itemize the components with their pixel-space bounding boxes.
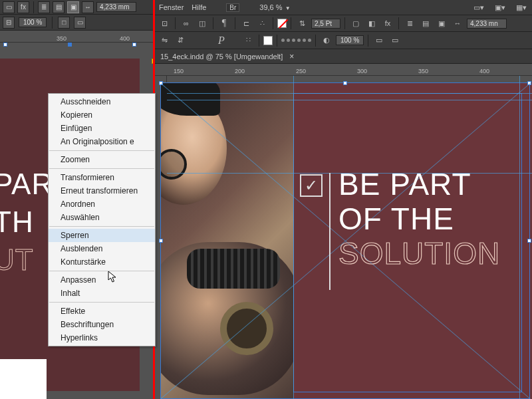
ruler-tick: 400 xyxy=(479,68,489,74)
flip-h-icon[interactable]: ⇋ xyxy=(158,35,171,47)
link-icon[interactable]: ↔ xyxy=(451,17,464,29)
left-toolbar-bottom: ⊟ 100 % □ ▭ xyxy=(0,15,153,31)
document-tab[interactable]: 15_4eck.indd @ 75 % [Umgewandelt] × xyxy=(155,49,532,64)
left-toolbar-top: ▭ fx ≣ ▤ ▣ ↔ 4,233 mm xyxy=(0,0,153,15)
context-menu-item[interactable]: Beschriftungen xyxy=(49,318,155,331)
headline-line: PAR xyxy=(0,165,53,203)
misc-icon-2[interactable]: ▭ xyxy=(74,17,86,29)
stroke-stepper-icon[interactable]: ⇅ xyxy=(295,17,309,29)
guide-horizontal[interactable] xyxy=(167,100,532,100)
arrange-windows-icon[interactable]: ▦▾ xyxy=(515,1,528,13)
context-menu-item[interactable]: Konturstärke xyxy=(49,255,155,269)
warp-icon[interactable]: ◫ xyxy=(196,17,209,29)
context-menu-item[interactable]: Erneut transformieren xyxy=(49,184,155,198)
zoom-field[interactable]: 100 % xyxy=(19,17,47,27)
context-menu-item[interactable]: Ausschneiden xyxy=(49,95,155,108)
guide-vertical[interactable] xyxy=(519,76,520,399)
corner-radius-icon[interactable]: ◧ xyxy=(365,17,378,29)
type-p-icon[interactable]: P xyxy=(215,35,228,47)
headline-line: OF THE xyxy=(338,201,500,237)
misc-icon-2[interactable]: ▭ xyxy=(388,35,402,47)
align-icon[interactable]: ≣ xyxy=(38,1,50,13)
checkmark-icon: ✓ xyxy=(305,176,318,195)
context-menu-item[interactable]: An Originalposition e xyxy=(49,135,155,148)
paragraph-icon[interactable]: ¶ xyxy=(217,17,231,29)
context-menu-item[interactable]: Anordnen xyxy=(49,198,155,211)
ruler-tick: 250 xyxy=(296,68,306,74)
headline-line-outline: UT xyxy=(0,241,53,279)
checkbox-graphic: ✓ xyxy=(300,174,323,197)
measurement-field[interactable]: 4,233 mn xyxy=(467,19,507,29)
selection-handles[interactable] xyxy=(3,43,136,59)
screen-mode-icon[interactable]: ▣▾ xyxy=(493,1,507,13)
stroke-swatch[interactable] xyxy=(263,36,273,45)
view-mode-icon[interactable]: ▭▾ xyxy=(472,1,485,13)
menu-separator xyxy=(49,168,154,169)
menu-separator xyxy=(49,302,154,303)
context-menu-item[interactable]: Inhalt xyxy=(49,287,155,300)
ruler-tick: 150 xyxy=(174,68,184,74)
corner-options-icon[interactable]: ▢ xyxy=(349,17,362,29)
gap-icon[interactable]: ⊟ xyxy=(3,17,15,29)
ruler-tick: 300 xyxy=(357,68,367,74)
align-center-icon[interactable]: ∴ xyxy=(255,17,269,29)
context-menu-item[interactable]: Transformieren xyxy=(49,171,155,184)
misc-icon[interactable]: ▭ xyxy=(372,35,386,47)
menubar: Fenster Hilfe Br 39,6 % ▼ ▭▾ ▣▾ ▦▾ xyxy=(155,0,532,15)
context-menu-item[interactable]: Auswählen xyxy=(49,211,155,224)
headline-block: BE PART OF THE SOLUTION xyxy=(338,168,500,271)
arrange-icon[interactable]: ▭ xyxy=(3,1,15,13)
text-wrap-2-icon[interactable]: ▤ xyxy=(419,17,432,29)
fx-icon[interactable]: fx xyxy=(381,17,394,29)
left-headline: PAR TH UT xyxy=(0,165,53,279)
misc-icon[interactable]: □ xyxy=(58,17,70,29)
context-menu-item[interactable]: Anpassen xyxy=(49,273,155,287)
zoom-display[interactable]: 39,6 % ▼ xyxy=(259,3,290,11)
stroke-style-dots[interactable] xyxy=(281,39,311,42)
chevron-down-icon: ▼ xyxy=(284,5,291,11)
bridge-badge[interactable]: Br xyxy=(226,3,239,12)
text-wrap-icon[interactable]: ≣ xyxy=(403,17,416,29)
ruler-tick: 200 xyxy=(235,68,245,74)
control-panel-row1: ⊡ ∞ ◫ ¶ ⊏ ∴ ⇅ 2,5 Pt ▢ ◧ fx ≣ ▤ ▣ ↔ 4,23… xyxy=(155,15,532,32)
fill-none-swatch[interactable] xyxy=(277,19,287,28)
fx-icon[interactable]: fx xyxy=(17,1,29,13)
canvas[interactable]: ✓ BE PART OF THE SOLUTION xyxy=(167,76,532,399)
control-panel-row2: ⇋ ⇵ P ∷ ◐ 100 % ▭ ▭ xyxy=(155,32,532,49)
measurement-field[interactable]: 4,233 mm xyxy=(96,2,136,12)
chain-icon[interactable]: ∞ xyxy=(180,17,193,29)
context-menu-item[interactable]: Hyperlinks xyxy=(49,331,155,344)
frame-fit-icon[interactable]: ▣ xyxy=(435,17,448,29)
distribute-icon[interactable]: ▤ xyxy=(53,1,65,13)
headline-line: TH xyxy=(0,203,53,241)
guide-vertical[interactable] xyxy=(293,76,294,399)
separator xyxy=(33,1,34,13)
context-menu[interactable]: AusschneidenKopierenEinfügenAn Originalp… xyxy=(48,93,156,346)
separator xyxy=(52,17,53,29)
link-icon[interactable]: ↔ xyxy=(82,1,94,13)
context-menu-item[interactable]: Ausblenden xyxy=(49,242,155,255)
ruler-tick: 400 xyxy=(120,35,130,42)
distribute-icon[interactable]: ∷ xyxy=(241,35,255,47)
ruler-horizontal: 150 200 250 300 350 400 xyxy=(155,64,532,76)
guide-horizontal[interactable] xyxy=(167,93,532,94)
opacity-field[interactable]: 100 % xyxy=(336,35,364,45)
close-icon[interactable]: × xyxy=(289,52,294,61)
menu-separator xyxy=(49,271,154,271)
right-window: Fenster Hilfe Br 39,6 % ▼ ▭▾ ▣▾ ▦▾ ⊡ ∞ ◫… xyxy=(155,0,532,399)
align-left-icon[interactable]: ⊏ xyxy=(239,17,253,29)
vertical-rule xyxy=(329,173,331,290)
context-menu-item[interactable]: Kopieren xyxy=(49,108,155,122)
opacity-icon[interactable]: ◐ xyxy=(320,35,333,47)
context-menu-item[interactable]: Einfügen xyxy=(49,122,155,135)
reference-point-icon[interactable]: ⊡ xyxy=(158,17,171,29)
menu-fenster[interactable]: Fenster xyxy=(159,3,184,11)
context-menu-item[interactable]: Zoomen xyxy=(49,153,155,166)
frame-fit-icon[interactable]: ▣ xyxy=(67,1,79,13)
flip-v-icon[interactable]: ⇵ xyxy=(174,35,187,47)
context-menu-item[interactable]: Sperren xyxy=(49,229,155,242)
menu-hilfe[interactable]: Hilfe xyxy=(192,3,206,11)
stroke-weight-field[interactable]: 2,5 Pt xyxy=(311,19,340,29)
context-menu-item[interactable]: Effekte xyxy=(49,305,155,318)
ruler-tick: 350 xyxy=(418,68,428,74)
